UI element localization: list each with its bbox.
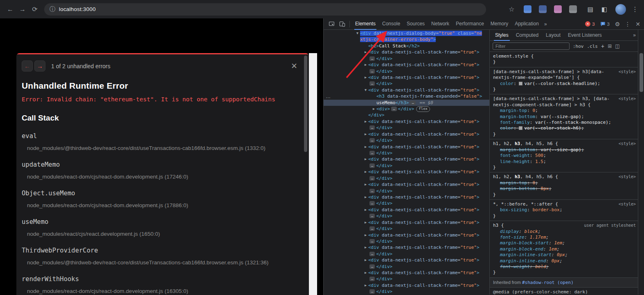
- css-declaration[interactable]: margin-bottom: var(--size-gap);: [493, 114, 635, 120]
- dom-node-line[interactable]: …</div>: [324, 137, 489, 143]
- dom-node-line[interactable]: …</div>: [324, 264, 489, 270]
- disclosure-arrow-icon[interactable]: ▶: [363, 49, 368, 55]
- dom-node-line[interactable]: <h2>Call Stack</h2>: [324, 43, 489, 49]
- dom-node-line[interactable]: …</div>: [324, 125, 489, 131]
- node-menu-icon[interactable]: …: [326, 94, 331, 99]
- dom-node-line[interactable]: …</div>: [324, 288, 489, 295]
- inline-expand-icon[interactable]: …: [369, 176, 375, 181]
- disclosure-arrow-icon[interactable]: ▶: [363, 62, 368, 68]
- dom-node-line[interactable]: ▶<div data-nextjs-call-stack-frame="true…: [324, 49, 489, 55]
- grid-overlay-icon[interactable]: ⊞: [608, 43, 612, 49]
- settings-gear-icon[interactable]: ⚙: [613, 21, 622, 27]
- css-selector[interactable]: h1, h2, h3, h4, h5, h6 {: [493, 174, 635, 180]
- css-declaration[interactable]: margin-block-start: 1em;: [493, 240, 635, 246]
- css-selector[interactable]: [data-nextjs-call-stack-frame] > h3[data…: [493, 69, 635, 75]
- dom-node-line[interactable]: …</div>: [324, 226, 489, 232]
- extension-icon-2[interactable]: [539, 5, 547, 13]
- dom-node-line[interactable]: …</div>: [324, 276, 489, 282]
- dom-node-line[interactable]: …</div>: [324, 163, 489, 169]
- dom-node-line[interactable]: ▼<div data-nextjs-call-stack-frame="true…: [324, 87, 489, 93]
- issues-badge[interactable]: 3: [598, 21, 612, 27]
- inline-expand-icon[interactable]: …: [369, 163, 375, 168]
- dom-node-line[interactable]: ▶<div data-nextjs-call-stack-frame="true…: [324, 181, 489, 188]
- bookmark-star-icon[interactable]: ☆: [509, 5, 514, 13]
- devtools-tab-sources[interactable]: Sources: [403, 18, 428, 30]
- css-declaration[interactable]: margin-top: 0;: [493, 180, 635, 186]
- css-selector[interactable]: [data-nextjs-call-stack-frame] > h3, [da…: [493, 96, 635, 102]
- styles-tab-event-listeners[interactable]: Event Listeners: [564, 30, 606, 41]
- disclosure-arrow-icon[interactable]: ▶: [363, 181, 368, 188]
- css-declaration[interactable]: margin-top: 0;: [493, 108, 635, 114]
- dom-node-line[interactable]: ▶<div data-nextjs-call-stack-frame="true…: [324, 74, 489, 80]
- profile-avatar[interactable]: [615, 4, 626, 15]
- css-selector[interactable]: nextjs-component-stack-frame] > h3 {: [493, 102, 635, 108]
- inline-expand-icon[interactable]: …: [369, 81, 375, 86]
- dom-node-line[interactable]: ▶<div data-nextjs-call-stack-frame="true…: [324, 282, 489, 288]
- styles-filter-input[interactable]: [493, 42, 570, 50]
- disclosure-arrow-icon[interactable]: ▶: [363, 144, 368, 150]
- css-declaration[interactable]: margin-inline-start: 0px;: [493, 252, 635, 258]
- inline-expand-icon[interactable]: …: [369, 189, 375, 193]
- dom-node-line[interactable]: ▶<div>…</div>flex: [324, 106, 489, 112]
- dom-node-line[interactable]: ▼<div data-nextjs-dialog-body="true" cla…: [324, 30, 489, 36]
- disclosure-arrow-icon[interactable]: ▶: [363, 257, 368, 263]
- css-declaration[interactable]: color: var(--color-stack-h6);: [493, 125, 635, 131]
- inline-expand-icon[interactable]: …: [369, 56, 375, 61]
- css-selector[interactable]: element.style {: [493, 54, 635, 59]
- dom-node-line[interactable]: …</div>: [324, 251, 489, 257]
- dom-node-line[interactable]: ▶<div data-nextjs-call-stack-frame="true…: [324, 131, 489, 137]
- forward-button[interactable]: →: [16, 3, 29, 16]
- dom-node-line[interactable]: ▶<div data-nextjs-call-stack-frame="true…: [324, 118, 489, 125]
- more-sidebar-tabs-icon[interactable]: »: [632, 32, 637, 38]
- inline-expand-icon[interactable]: …: [369, 214, 375, 218]
- dialog-scrollbar-thumb[interactable]: [304, 56, 307, 152]
- dom-node-line[interactable]: …</div>: [324, 150, 489, 156]
- previous-error-button[interactable]: ←: [22, 60, 33, 72]
- inline-expand-icon[interactable]: …: [369, 125, 375, 130]
- inline-expand-icon[interactable]: …: [369, 201, 375, 206]
- dom-node-line[interactable]: …</div>: [324, 188, 489, 194]
- disclosure-arrow-icon[interactable]: ▶: [363, 169, 368, 175]
- dom-node-line[interactable]: ▶<div data-nextjs-call-stack-frame="true…: [324, 156, 489, 162]
- disclosure-arrow-icon[interactable]: ▶: [363, 207, 368, 213]
- shadow-root-link[interactable]: #shadow-root (open): [522, 280, 574, 285]
- dom-node-line[interactable]: ▶<div data-nextjs-call-stack-frame="true…: [324, 62, 489, 68]
- css-declaration[interactable]: font-family: var(--font-stack-monospace)…: [493, 120, 635, 125]
- styles-scrollbar[interactable]: [638, 30, 644, 295]
- dom-node-line[interactable]: <h3 data-nextjs-frame-expanded="false">: [324, 93, 489, 99]
- dom-node-line[interactable]: …</div>: [324, 80, 489, 87]
- dom-node-line[interactable]: ▶<div data-nextjs-call-stack-frame="true…: [324, 244, 489, 250]
- rule-origin-link[interactable]: user agent stylesheet: [584, 223, 636, 228]
- devtools-close-icon[interactable]: ✕: [633, 21, 642, 27]
- devtools-tab-memory[interactable]: Memory: [487, 18, 511, 30]
- devtools-tab-network[interactable]: Network: [428, 18, 453, 30]
- disclosure-arrow-icon[interactable]: ▶: [363, 74, 368, 80]
- disclosure-arrow-icon[interactable]: ▶: [363, 118, 368, 125]
- inline-expand-icon[interactable]: …: [369, 69, 375, 74]
- extension-icon-4[interactable]: [569, 5, 577, 13]
- dom-node-line[interactable]: …</div>: [324, 175, 489, 181]
- flex-adorner-badge[interactable]: flex: [416, 106, 430, 112]
- css-declaration[interactable]: display: block;: [493, 229, 635, 235]
- disclosure-arrow-icon[interactable]: ▶: [363, 244, 368, 250]
- dom-node-line[interactable]: </div>: [324, 112, 489, 118]
- inline-expand-icon[interactable]: …: [369, 277, 375, 281]
- css-declaration[interactable]: font-weight: 500;: [493, 153, 635, 159]
- disclosure-arrow-icon[interactable]: ▶: [371, 106, 376, 112]
- devtools-tab-elements[interactable]: Elements: [352, 18, 379, 30]
- dom-node-line[interactable]: …</div>: [324, 238, 489, 244]
- dom-node-line[interactable]: ▶<div data-nextjs-call-stack-frame="true…: [324, 219, 489, 226]
- extension-icon-3[interactable]: [554, 5, 562, 13]
- reload-button[interactable]: ⟳: [29, 3, 41, 16]
- extension-icon-1[interactable]: [524, 5, 531, 13]
- dom-node-line[interactable]: …</div>: [324, 56, 489, 62]
- scrollbar-thumb[interactable]: [639, 53, 643, 92]
- dom-node-line[interactable]: ▶<div data-nextjs-call-stack-frame="true…: [324, 169, 489, 175]
- more-tabs-icon[interactable]: »: [542, 21, 549, 27]
- element-classes-button[interactable]: .cls: [587, 44, 598, 49]
- new-style-rule-button[interactable]: +: [601, 43, 604, 49]
- dom-node-line[interactable]: ▶<div data-nextjs-call-stack-frame="true…: [324, 207, 489, 213]
- rule-origin-link[interactable]: <style>: [619, 201, 636, 207]
- color-swatch[interactable]: [519, 126, 522, 130]
- site-info-icon[interactable]: ⓘ: [50, 6, 55, 13]
